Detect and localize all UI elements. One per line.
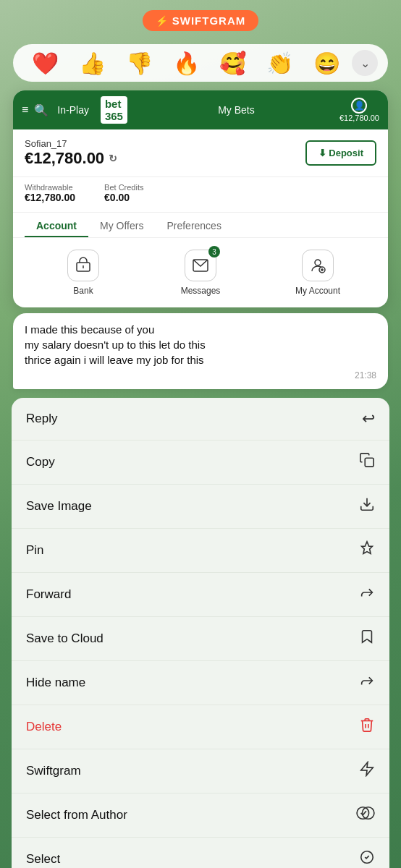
search-icon[interactable]: 🔍 xyxy=(34,103,48,117)
emoji-heart[interactable]: ❤️ xyxy=(23,51,67,76)
menu-item-pin[interactable]: Pin xyxy=(12,529,389,573)
emoji-thumbsup[interactable]: 👍 xyxy=(70,51,114,76)
emoji-thumbsdown[interactable]: 👎 xyxy=(117,51,161,76)
delete-icon xyxy=(359,717,375,737)
nav-balance: €12,780.00 xyxy=(339,114,379,122)
copy-label: Copy xyxy=(26,455,55,469)
my-account-icon-item[interactable]: My Account xyxy=(259,250,376,296)
bet365-user-section: Sofian_17 €12,780.00 ↻ ⬇ Deposit xyxy=(13,129,388,177)
pin-icon xyxy=(359,540,375,561)
menu-item-hide-name[interactable]: Hide name xyxy=(12,661,389,705)
swiftgram-label: SWIFTGRAM xyxy=(172,14,245,27)
user-balance: €12,780.00 ↻ xyxy=(25,149,117,168)
save-image-icon xyxy=(359,496,375,516)
select-label: Select xyxy=(26,852,60,867)
in-play-label[interactable]: In-Play xyxy=(57,104,89,116)
forward-icon xyxy=(359,584,375,605)
messages-badge: 3 xyxy=(208,246,220,258)
reply-label: Reply xyxy=(26,412,57,426)
tab-account[interactable]: Account xyxy=(25,213,88,237)
user-info: Sofian_17 €12,780.00 ↻ xyxy=(25,138,117,168)
bet365-tabs: Account My Offers Preferences xyxy=(13,213,388,238)
svg-rect-7 xyxy=(365,458,373,467)
menu-icon[interactable]: ≡ xyxy=(22,103,28,116)
bet365-logo: bet365 xyxy=(101,96,127,124)
emoji-fire[interactable]: 🔥 xyxy=(164,51,208,76)
emoji-love[interactable]: 🥰 xyxy=(211,51,255,76)
svg-marker-9 xyxy=(361,762,373,775)
deposit-button[interactable]: ⬇ Deposit xyxy=(305,140,376,166)
bet-credits-label: Bet Credits xyxy=(104,183,143,192)
menu-item-swiftgram[interactable]: Swiftgram xyxy=(12,749,389,793)
my-account-label: My Account xyxy=(295,286,340,296)
select-from-author-label: Select from Author xyxy=(26,808,127,822)
select-icon xyxy=(359,849,375,868)
messages-icon: 3 xyxy=(185,250,216,281)
messages-icon-item[interactable]: 3 Messages xyxy=(142,250,259,296)
swiftgram-badge[interactable]: ⚡ SWIFTGRAM xyxy=(143,10,258,31)
delete-label: Delete xyxy=(26,720,62,734)
menu-item-select[interactable]: Select xyxy=(12,838,389,868)
message-time: 21:38 xyxy=(25,370,376,380)
menu-item-reply[interactable]: Reply ↩ xyxy=(12,398,389,441)
save-to-cloud-label: Save to Cloud xyxy=(26,631,104,646)
bank-icon xyxy=(67,250,99,281)
swiftgram-menu-icon xyxy=(359,761,375,781)
withdrawable-value: €12,780.00 xyxy=(25,192,75,203)
account-nav-info[interactable]: 👤 €12,780.00 xyxy=(339,98,379,122)
emoji-grin[interactable]: 😄 xyxy=(305,51,349,76)
save-image-label: Save Image xyxy=(26,499,92,514)
forward-label: Forward xyxy=(26,587,71,602)
tab-preferences[interactable]: Preferences xyxy=(155,213,232,237)
menu-item-save-image[interactable]: Save Image xyxy=(12,485,389,529)
account-icon: 👤 xyxy=(351,98,367,114)
bet365-icons: Bank 3 Messages My xyxy=(13,238,388,307)
refresh-icon[interactable]: ↻ xyxy=(109,153,117,164)
svg-point-3 xyxy=(315,260,321,265)
top-header: ⚡ SWIFTGRAM xyxy=(0,0,401,38)
tab-my-offers[interactable]: My Offers xyxy=(88,213,155,237)
save-to-cloud-icon xyxy=(359,629,375,649)
menu-item-forward[interactable]: Forward xyxy=(12,573,389,617)
emoji-expand-button[interactable]: ⌄ xyxy=(352,50,378,76)
pin-label: Pin xyxy=(26,543,44,558)
select-from-author-icon xyxy=(356,805,375,825)
emoji-bar: ❤️ 👍 👎 🔥 🥰 👏 😄 ⌄ xyxy=(13,44,388,82)
menu-item-select-from-author[interactable]: Select from Author xyxy=(12,793,389,838)
menu-item-copy[interactable]: Copy xyxy=(12,441,389,485)
my-account-icon xyxy=(302,250,334,281)
hide-name-label: Hide name xyxy=(26,676,85,690)
hide-name-icon xyxy=(359,673,375,693)
emoji-clap[interactable]: 👏 xyxy=(258,51,302,76)
lightning-icon: ⚡ xyxy=(156,15,168,27)
bet-credits: Bet Credits €0.00 xyxy=(104,183,143,203)
message-bubble: I made this because of you my salary doe… xyxy=(13,313,388,389)
my-bets-label[interactable]: My Bets xyxy=(139,104,334,116)
menu-item-save-to-cloud[interactable]: Save to Cloud xyxy=(12,617,389,661)
bet-credits-value: €0.00 xyxy=(104,192,143,203)
reply-icon: ↩ xyxy=(362,409,375,428)
bet365-navbar: ≡ 🔍 In-Play bet365 My Bets 👤 €12,780.00 xyxy=(13,90,388,129)
swiftgram-menu-label: Swiftgram xyxy=(26,764,81,778)
menu-item-delete[interactable]: Delete xyxy=(12,705,389,749)
messages-label: Messages xyxy=(181,286,221,296)
withdrawable-label: Withdrawable xyxy=(25,183,75,192)
context-menu: Reply ↩ Copy Save Image Pin xyxy=(12,398,389,868)
copy-icon xyxy=(359,452,375,472)
withdrawable-balance: Withdrawable €12,780.00 xyxy=(25,183,75,203)
bank-icon-item[interactable]: Bank xyxy=(25,250,142,296)
username-label: Sofian_17 xyxy=(25,138,117,149)
bank-label: Bank xyxy=(73,286,93,296)
bet365-card: ≡ 🔍 In-Play bet365 My Bets 👤 €12,780.00 … xyxy=(13,90,388,307)
svg-point-10 xyxy=(357,807,369,820)
bet365-balances: Withdrawable €12,780.00 Bet Credits €0.0… xyxy=(13,177,388,213)
message-text: I made this because of you my salary doe… xyxy=(25,322,376,367)
